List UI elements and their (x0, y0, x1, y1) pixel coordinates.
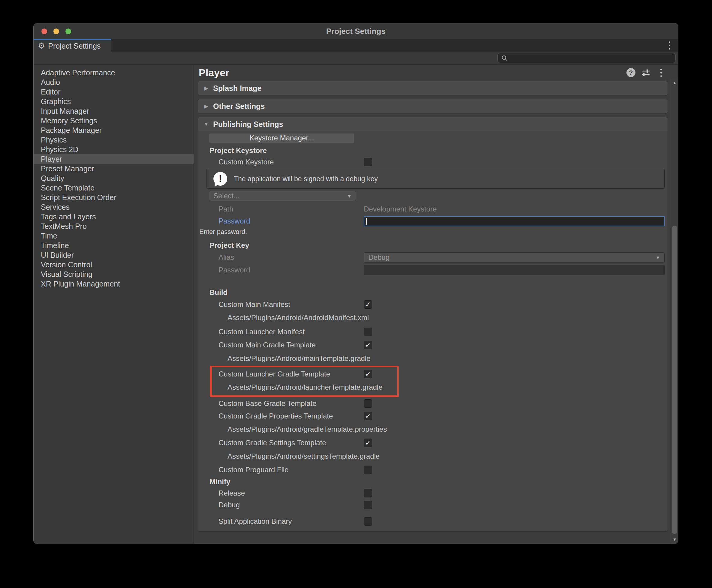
custom-gradle-properties-template-row: Custom Gradle Properties Template (209, 410, 668, 422)
sidebar-item-quality[interactable]: Quality (34, 173, 194, 183)
sidebar-item-audio[interactable]: Audio (34, 78, 194, 87)
alias-dropdown[interactable]: Debug ▼ (364, 252, 665, 262)
search-input[interactable] (508, 54, 675, 63)
custom-main-gradle-template-checkbox[interactable] (364, 341, 372, 349)
minify-heading: Minify (209, 476, 668, 487)
custom-base-gradle-template-row: Custom Base Gradle Template (209, 397, 668, 410)
chevron-right-icon: ▶ (204, 103, 209, 109)
scrollbar-thumb[interactable] (672, 226, 677, 534)
project-key-heading: Project Key (209, 240, 668, 251)
keystore-password-row: Password (209, 215, 668, 227)
custom-gradle-properties-template-path: Assets/Plugins/Android/gradleTemplate.pr… (209, 422, 668, 437)
search-icon (501, 54, 508, 62)
sidebar-item-tags-and-layers[interactable]: Tags and Layers (34, 212, 194, 222)
page-title: Player (199, 67, 627, 79)
custom-launcher-manifest-checkbox[interactable] (364, 328, 372, 336)
tab-label: Project Settings (48, 42, 101, 50)
custom-proguard-file-row: Custom Proguard File (209, 463, 668, 476)
custom-gradle-settings-template-row: Custom Gradle Settings Template (209, 437, 668, 449)
publishing-settings-foldout[interactable]: ▼ Publishing Settings (198, 117, 668, 131)
custom-launcher-gradle-template-checkbox[interactable] (364, 370, 372, 378)
tab-project-settings[interactable]: ⚙ Project Settings (34, 39, 111, 51)
scroll-up-icon[interactable]: ▲ (671, 80, 678, 85)
settings-sidebar: Adaptive Performance Audio Editor Graphi… (34, 65, 194, 544)
sidebar-item-physics[interactable]: Physics (34, 135, 194, 145)
custom-main-gradle-template-row: Custom Main Gradle Template (209, 339, 668, 351)
build-heading: Build (209, 287, 668, 298)
sidebar-item-player[interactable]: Player (34, 154, 194, 164)
custom-base-gradle-template-checkbox[interactable] (364, 399, 372, 408)
sidebar-item-physics-2d[interactable]: Physics 2D (34, 145, 194, 154)
splash-image-foldout[interactable]: ▶ Splash Image (198, 81, 668, 95)
player-settings-panel: Player ? (194, 65, 678, 544)
sidebar-item-timeline[interactable]: Timeline (34, 240, 194, 250)
keystore-select-dropdown[interactable]: Select... ▼ (209, 191, 356, 201)
custom-keystore-row: Custom Keystore (209, 156, 668, 168)
custom-gradle-settings-template-path: Assets/Plugins/Android/settingsTemplate.… (209, 449, 668, 463)
custom-gradle-settings-template-checkbox[interactable] (364, 439, 372, 447)
sidebar-item-services[interactable]: Services (34, 202, 194, 212)
search-box[interactable] (497, 53, 676, 63)
chevron-down-icon: ▼ (655, 255, 660, 260)
window-title: Project Settings (326, 27, 386, 36)
sidebar-item-script-execution-order[interactable]: Script Execution Order (34, 193, 194, 202)
sidebar-item-adaptive-performance[interactable]: Adaptive Performance (34, 68, 194, 78)
project-settings-window: Project Settings ⚙ Project Settings Adap… (34, 23, 678, 544)
minify-debug-row: Debug (209, 499, 668, 511)
help-icon[interactable]: ? (627, 68, 635, 77)
sidebar-item-preset-manager[interactable]: Preset Manager (34, 164, 194, 173)
chevron-down-icon: ▼ (204, 121, 209, 127)
main-scrollbar[interactable]: ▲ ▼ (671, 79, 678, 544)
warning-icon: ! (213, 172, 227, 186)
custom-main-manifest-checkbox[interactable] (364, 300, 372, 309)
custom-main-manifest-row: Custom Main Manifest (209, 298, 668, 311)
sidebar-item-time[interactable]: Time (34, 231, 194, 240)
keystore-password-input[interactable] (364, 216, 665, 226)
alias-row: Alias Debug ▼ (209, 251, 668, 264)
sidebar-item-graphics[interactable]: Graphics (34, 97, 194, 106)
close-button[interactable] (41, 28, 47, 34)
scroll-down-icon[interactable]: ▼ (671, 537, 678, 542)
section-publishing-settings: ▼ Publishing Settings Keystore Manager..… (198, 117, 668, 531)
minify-release-row: Release (209, 487, 668, 499)
infobox-text: The application will be signed with a de… (234, 175, 378, 183)
tab-bar: ⚙ Project Settings (34, 39, 678, 51)
split-application-binary-checkbox[interactable] (364, 517, 372, 526)
custom-proguard-file-checkbox[interactable] (364, 466, 372, 474)
split-application-binary-row: Split Application Binary (209, 516, 668, 527)
minify-release-checkbox[interactable] (364, 489, 372, 498)
key-password-input[interactable] (364, 265, 665, 275)
minimize-button[interactable] (54, 28, 59, 34)
sidebar-item-input-manager[interactable]: Input Manager (34, 106, 194, 116)
sidebar-item-scene-template[interactable]: Scene Template (34, 183, 194, 193)
custom-launcher-gradle-template-row: Custom Launcher Gradle Template (209, 368, 668, 380)
panel-menu-icon[interactable] (656, 68, 666, 78)
minify-debug-checkbox[interactable] (364, 501, 372, 509)
custom-main-gradle-template-path: Assets/Plugins/Android/mainTemplate.grad… (209, 351, 668, 366)
sidebar-item-package-manager[interactable]: Package Manager (34, 125, 194, 135)
keystore-path-row: Path Development Keystore (209, 203, 668, 215)
toolbar (34, 51, 678, 65)
gear-icon: ⚙ (38, 42, 45, 50)
sidebar-item-ui-builder[interactable]: UI Builder (34, 250, 194, 260)
sidebar-item-textmesh-pro[interactable]: TextMesh Pro (34, 222, 194, 231)
presets-icon[interactable] (641, 68, 650, 77)
custom-launcher-manifest-row: Custom Launcher Manifest (209, 325, 668, 339)
highlighted-setting-group: Custom Launcher Gradle Template Assets/P… (209, 366, 668, 397)
path-label: Path (209, 205, 364, 213)
sidebar-item-editor[interactable]: Editor (34, 87, 194, 97)
custom-keystore-checkbox[interactable] (364, 158, 372, 166)
sidebar-item-xr-plugin-management[interactable]: XR Plugin Management (34, 279, 194, 289)
other-settings-foldout[interactable]: ▶ Other Settings (198, 99, 668, 113)
sidebar-item-visual-scripting[interactable]: Visual Scripting (34, 269, 194, 279)
window-controls (41, 23, 71, 39)
window-menu-icon[interactable] (664, 39, 674, 51)
section-splash-image: ▶ Splash Image (198, 81, 668, 96)
sidebar-item-memory-settings[interactable]: Memory Settings (34, 116, 194, 125)
custom-gradle-properties-template-checkbox[interactable] (364, 412, 372, 420)
keystore-manager-button[interactable]: Keystore Manager... (209, 133, 354, 143)
custom-keystore-label: Custom Keystore (209, 158, 364, 166)
key-password-label: Password (209, 266, 364, 274)
sidebar-item-version-control[interactable]: Version Control (34, 260, 194, 269)
zoom-button[interactable] (65, 28, 71, 34)
